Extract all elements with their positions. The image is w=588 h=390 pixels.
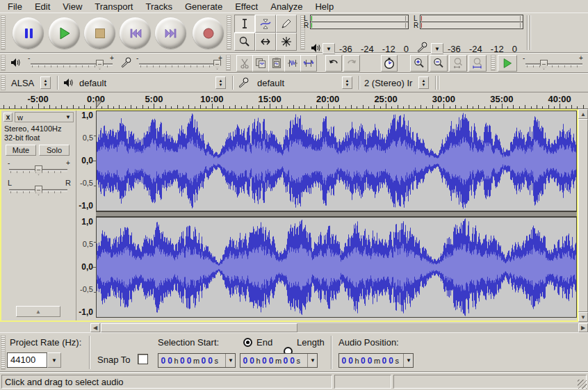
paste-button[interactable] xyxy=(268,55,285,72)
selection-start-field[interactable]: 00h00m00s ▼ xyxy=(158,353,236,368)
scroll-left-button[interactable]: ◀ xyxy=(90,323,100,332)
project-rate-value[interactable]: 44100 xyxy=(7,352,47,368)
mixer-toolbar-grip[interactable] xyxy=(1,55,6,71)
transcription-toolbar-grip[interactable] xyxy=(491,55,496,71)
output-device-spinner[interactable]: ▲▼ xyxy=(215,76,226,89)
draw-tool-button[interactable] xyxy=(276,15,297,33)
selection-toolbar-grip[interactable] xyxy=(1,335,6,370)
ibeam-icon xyxy=(238,17,251,30)
undo-button[interactable] xyxy=(325,55,342,72)
zoom-in-button[interactable] xyxy=(410,55,428,72)
audacity-window: FileEditViewTransportTracksGenerateEffec… xyxy=(0,0,588,390)
play-at-speed-button[interactable] xyxy=(498,55,517,72)
window-resize-grip[interactable] xyxy=(578,380,587,389)
skip-to-end-button[interactable] xyxy=(155,17,186,49)
menu-edit[interactable]: Edit xyxy=(28,1,56,13)
fit-selection-button[interactable] xyxy=(449,55,467,72)
status-message: Click and drag to select audio xyxy=(5,377,124,387)
playback-speed-slider[interactable] xyxy=(525,59,582,70)
scroll-right-button[interactable]: ▶ xyxy=(578,323,588,332)
menu-generate[interactable]: Generate xyxy=(179,1,229,13)
menu-analyze[interactable]: Analyze xyxy=(264,1,309,13)
menu-effect[interactable]: Effect xyxy=(229,1,264,13)
menu-view[interactable]: View xyxy=(56,1,88,13)
fit-project-button[interactable] xyxy=(468,55,487,72)
zoom-tool-button[interactable] xyxy=(234,33,255,51)
vertical-scrollbar[interactable]: ▲ ▼ xyxy=(578,109,588,322)
recording-meter[interactable] xyxy=(420,15,523,29)
horizontal-scrollbar[interactable]: ◀ ▶ xyxy=(90,323,588,332)
input-channels-spinner[interactable]: ▲▼ xyxy=(418,76,429,89)
copy-button[interactable] xyxy=(252,55,269,72)
pan-slider[interactable] xyxy=(9,185,67,196)
dropdown-arrow-icon[interactable]: ▼ xyxy=(403,354,411,367)
menu-transport[interactable]: Transport xyxy=(88,1,139,13)
toolbar-separator xyxy=(530,15,531,50)
selection-end-value[interactable]: 00h00m00s xyxy=(242,355,301,366)
selection-start-value[interactable]: 00h00m00s xyxy=(160,355,219,366)
snap-to-checkbox[interactable] xyxy=(138,354,148,364)
waveform-channel-1[interactable] xyxy=(96,111,577,211)
redo-button[interactable] xyxy=(343,55,360,72)
vruler-label: -1,0 xyxy=(79,201,93,211)
output-volume-slider[interactable] xyxy=(31,59,113,70)
host-select[interactable]: ALSA xyxy=(11,78,34,88)
scroll-up-button[interactable]: ▲ xyxy=(578,109,588,119)
zoom-out-button[interactable] xyxy=(430,55,448,72)
dropdown-arrow-icon[interactable]: ▼ xyxy=(225,354,234,367)
input-device-spinner[interactable]: ▲▼ xyxy=(342,76,352,89)
gain-slider[interactable] xyxy=(9,165,67,176)
menu-file[interactable]: File xyxy=(1,1,28,13)
host-select-spinner[interactable]: ▲▼ xyxy=(40,76,51,89)
timer-record-button[interactable] xyxy=(381,55,398,72)
cut-button[interactable] xyxy=(236,55,253,72)
channel-divider[interactable] xyxy=(96,211,577,217)
playback-meter[interactable] xyxy=(310,15,409,29)
track-format-line2: 32-bit float xyxy=(4,133,40,142)
end-radio[interactable] xyxy=(243,338,252,347)
input-device-select[interactable]: default xyxy=(257,78,284,88)
multi-tool-button[interactable] xyxy=(276,33,297,51)
track-name-menu[interactable]: w ▼ xyxy=(15,112,74,122)
track-close-button[interactable]: x xyxy=(3,113,13,122)
menu-help[interactable]: Help xyxy=(309,1,340,13)
silence-button[interactable] xyxy=(300,55,317,72)
device-toolbar-grip[interactable] xyxy=(1,75,6,90)
solo-button[interactable]: Solo xyxy=(39,145,70,156)
snap-to-label: Snap To xyxy=(97,355,130,365)
toolbar-separator xyxy=(527,15,528,50)
audio-position-value[interactable]: 00h00m00s xyxy=(341,355,400,366)
waveform-channel-2[interactable] xyxy=(96,217,577,318)
selection-end-field[interactable]: 00h00m00s ▼ xyxy=(240,353,318,368)
vertical-ruler-channel-1[interactable]: 1,00,50,0-0,5-1,0 xyxy=(76,111,96,211)
copy-icon xyxy=(254,57,267,70)
audio-position-field[interactable]: 00h00m00s ▼ xyxy=(338,353,414,368)
stop-button[interactable] xyxy=(84,17,115,49)
transport-toolbar-grip-right[interactable] xyxy=(227,15,231,50)
output-device-select[interactable]: default xyxy=(79,78,106,88)
selection-tool-button[interactable] xyxy=(234,15,255,33)
input-volume-slider[interactable] xyxy=(139,59,221,70)
play-button[interactable] xyxy=(49,17,80,49)
vertical-scroll-thumb[interactable] xyxy=(578,119,588,312)
menu-tracks[interactable]: Tracks xyxy=(139,1,179,13)
transport-toolbar-grip[interactable] xyxy=(1,15,6,50)
project-rate-combo[interactable]: 44100 ▼ xyxy=(7,352,63,368)
trim-button[interactable] xyxy=(284,55,301,72)
horizontal-scroll-thumb[interactable] xyxy=(101,323,297,332)
input-channels-select[interactable]: 2 (Stereo) Ir xyxy=(364,78,412,88)
dropdown-arrow-icon[interactable]: ▼ xyxy=(307,354,316,367)
project-rate-dropdown-icon[interactable]: ▼ xyxy=(47,352,61,368)
record-button[interactable] xyxy=(193,17,224,49)
playback-meter-bar-right xyxy=(311,22,408,29)
pause-button[interactable] xyxy=(13,17,44,49)
vertical-ruler-channel-2[interactable]: 1,00,50,0-0,5-1,0 xyxy=(76,217,96,318)
edit-toolbar-grip[interactable] xyxy=(226,55,231,71)
track-collapse-button[interactable]: ▲ xyxy=(16,306,60,317)
mute-button[interactable]: Mute xyxy=(6,145,36,156)
skip-to-start-button[interactable] xyxy=(120,17,151,49)
scroll-down-button[interactable]: ▼ xyxy=(578,312,588,322)
timeshift-tool-button[interactable] xyxy=(255,33,276,51)
timeline-ruler[interactable]: -5:000:005:0010:0015:0020:0025:0030:0035… xyxy=(0,92,588,109)
envelope-tool-button[interactable] xyxy=(255,15,276,33)
